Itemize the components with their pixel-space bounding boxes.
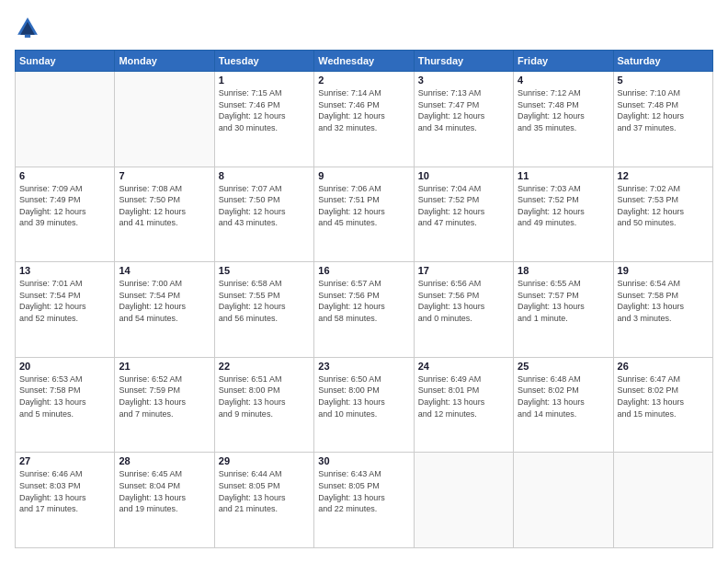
day-number: 24 xyxy=(418,361,509,372)
day-info: Sunrise: 7:00 AM Sunset: 7:54 PM Dayligh… xyxy=(119,278,210,324)
day-number: 7 xyxy=(119,170,210,181)
calendar-header-friday: Friday xyxy=(514,51,613,72)
day-info: Sunrise: 6:45 AM Sunset: 8:04 PM Dayligh… xyxy=(119,468,210,514)
calendar-cell: 12Sunrise: 7:02 AM Sunset: 7:53 PM Dayli… xyxy=(613,167,712,262)
day-info: Sunrise: 6:50 AM Sunset: 8:00 PM Dayligh… xyxy=(318,373,409,419)
calendar-week-row: 20Sunrise: 6:53 AM Sunset: 7:58 PM Dayli… xyxy=(16,357,713,453)
day-info: Sunrise: 6:56 AM Sunset: 7:56 PM Dayligh… xyxy=(418,278,509,324)
day-number: 6 xyxy=(19,170,110,181)
calendar-cell: 10Sunrise: 7:04 AM Sunset: 7:52 PM Dayli… xyxy=(414,167,513,262)
page: SundayMondayTuesdayWednesdayThursdayFrid… xyxy=(0,0,728,563)
calendar-cell: 16Sunrise: 6:57 AM Sunset: 7:56 PM Dayli… xyxy=(314,262,414,358)
day-number: 22 xyxy=(219,361,310,372)
day-number: 20 xyxy=(19,361,110,372)
calendar-week-row: 1Sunrise: 7:15 AM Sunset: 7:46 PM Daylig… xyxy=(16,72,713,167)
day-info: Sunrise: 7:12 AM Sunset: 7:48 PM Dayligh… xyxy=(518,87,609,133)
day-info: Sunrise: 6:43 AM Sunset: 8:05 PM Dayligh… xyxy=(318,468,409,514)
calendar-cell xyxy=(613,453,712,548)
calendar-cell: 11Sunrise: 7:03 AM Sunset: 7:52 PM Dayli… xyxy=(514,167,613,262)
calendar-cell: 30Sunrise: 6:43 AM Sunset: 8:05 PM Dayli… xyxy=(314,453,414,548)
calendar-cell xyxy=(115,72,214,167)
day-number: 1 xyxy=(219,75,310,86)
calendar-cell: 22Sunrise: 6:51 AM Sunset: 8:00 PM Dayli… xyxy=(214,357,313,453)
day-number: 12 xyxy=(618,170,709,181)
day-info: Sunrise: 6:49 AM Sunset: 8:01 PM Dayligh… xyxy=(418,373,509,419)
calendar-cell: 8Sunrise: 7:07 AM Sunset: 7:50 PM Daylig… xyxy=(214,167,313,262)
calendar-cell: 24Sunrise: 6:49 AM Sunset: 8:01 PM Dayli… xyxy=(414,357,513,453)
day-info: Sunrise: 6:44 AM Sunset: 8:05 PM Dayligh… xyxy=(219,468,310,514)
calendar-cell: 2Sunrise: 7:14 AM Sunset: 7:46 PM Daylig… xyxy=(314,72,414,167)
day-number: 23 xyxy=(318,361,409,372)
calendar-header-wednesday: Wednesday xyxy=(314,51,414,72)
calendar-cell: 5Sunrise: 7:10 AM Sunset: 7:48 PM Daylig… xyxy=(613,72,712,167)
calendar-week-row: 6Sunrise: 7:09 AM Sunset: 7:49 PM Daylig… xyxy=(16,167,713,262)
day-number: 18 xyxy=(518,265,609,276)
day-info: Sunrise: 6:51 AM Sunset: 8:00 PM Dayligh… xyxy=(219,373,310,419)
calendar-table: SundayMondayTuesdayWednesdayThursdayFrid… xyxy=(15,50,713,548)
day-number: 28 xyxy=(119,455,210,466)
day-number: 29 xyxy=(219,455,310,466)
day-info: Sunrise: 6:58 AM Sunset: 7:55 PM Dayligh… xyxy=(219,278,310,324)
day-info: Sunrise: 7:15 AM Sunset: 7:46 PM Dayligh… xyxy=(219,87,310,133)
day-info: Sunrise: 6:52 AM Sunset: 7:59 PM Dayligh… xyxy=(119,373,210,419)
header xyxy=(15,15,713,40)
day-number: 25 xyxy=(518,361,609,372)
calendar-cell xyxy=(514,453,613,548)
calendar-header-monday: Monday xyxy=(115,51,214,72)
day-info: Sunrise: 7:04 AM Sunset: 7:52 PM Dayligh… xyxy=(418,183,509,229)
day-number: 30 xyxy=(318,455,409,466)
day-info: Sunrise: 7:08 AM Sunset: 7:50 PM Dayligh… xyxy=(119,183,210,229)
calendar-cell xyxy=(16,72,115,167)
calendar-header-tuesday: Tuesday xyxy=(214,51,313,72)
day-number: 14 xyxy=(119,265,210,276)
day-number: 19 xyxy=(618,265,709,276)
day-number: 15 xyxy=(219,265,310,276)
day-info: Sunrise: 7:14 AM Sunset: 7:46 PM Dayligh… xyxy=(318,87,409,133)
day-number: 16 xyxy=(318,265,409,276)
svg-rect-2 xyxy=(25,35,30,38)
day-number: 2 xyxy=(318,75,409,86)
day-info: Sunrise: 6:55 AM Sunset: 7:57 PM Dayligh… xyxy=(518,278,609,324)
day-number: 10 xyxy=(418,170,509,181)
day-info: Sunrise: 7:13 AM Sunset: 7:47 PM Dayligh… xyxy=(418,87,509,133)
calendar-cell: 20Sunrise: 6:53 AM Sunset: 7:58 PM Dayli… xyxy=(16,357,115,453)
day-info: Sunrise: 7:01 AM Sunset: 7:54 PM Dayligh… xyxy=(19,278,110,324)
calendar-header-row: SundayMondayTuesdayWednesdayThursdayFrid… xyxy=(16,51,713,72)
logo xyxy=(15,15,44,40)
day-number: 13 xyxy=(19,265,110,276)
day-number: 8 xyxy=(219,170,310,181)
calendar-cell: 27Sunrise: 6:46 AM Sunset: 8:03 PM Dayli… xyxy=(16,453,115,548)
day-info: Sunrise: 7:06 AM Sunset: 7:51 PM Dayligh… xyxy=(318,183,409,229)
calendar-cell: 15Sunrise: 6:58 AM Sunset: 7:55 PM Dayli… xyxy=(214,262,313,358)
calendar-cell: 6Sunrise: 7:09 AM Sunset: 7:49 PM Daylig… xyxy=(16,167,115,262)
calendar-cell: 25Sunrise: 6:48 AM Sunset: 8:02 PM Dayli… xyxy=(514,357,613,453)
calendar-cell: 17Sunrise: 6:56 AM Sunset: 7:56 PM Dayli… xyxy=(414,262,513,358)
calendar-cell: 23Sunrise: 6:50 AM Sunset: 8:00 PM Dayli… xyxy=(314,357,414,453)
day-info: Sunrise: 7:07 AM Sunset: 7:50 PM Dayligh… xyxy=(219,183,310,229)
calendar-cell xyxy=(414,453,513,548)
day-number: 17 xyxy=(418,265,509,276)
day-info: Sunrise: 7:10 AM Sunset: 7:48 PM Dayligh… xyxy=(618,87,709,133)
day-info: Sunrise: 7:09 AM Sunset: 7:49 PM Dayligh… xyxy=(19,183,110,229)
day-info: Sunrise: 6:48 AM Sunset: 8:02 PM Dayligh… xyxy=(518,373,609,419)
day-number: 4 xyxy=(518,75,609,86)
day-info: Sunrise: 6:53 AM Sunset: 7:58 PM Dayligh… xyxy=(19,373,110,419)
day-info: Sunrise: 6:57 AM Sunset: 7:56 PM Dayligh… xyxy=(318,278,409,324)
calendar-cell: 14Sunrise: 7:00 AM Sunset: 7:54 PM Dayli… xyxy=(115,262,214,358)
calendar-cell: 7Sunrise: 7:08 AM Sunset: 7:50 PM Daylig… xyxy=(115,167,214,262)
calendar-cell: 13Sunrise: 7:01 AM Sunset: 7:54 PM Dayli… xyxy=(16,262,115,358)
calendar-header-saturday: Saturday xyxy=(613,51,712,72)
day-number: 11 xyxy=(518,170,609,181)
calendar-cell: 26Sunrise: 6:47 AM Sunset: 8:02 PM Dayli… xyxy=(613,357,712,453)
day-number: 5 xyxy=(618,75,709,86)
day-number: 26 xyxy=(618,361,709,372)
day-number: 9 xyxy=(318,170,409,181)
calendar-cell: 9Sunrise: 7:06 AM Sunset: 7:51 PM Daylig… xyxy=(314,167,414,262)
day-number: 21 xyxy=(119,361,210,372)
day-number: 27 xyxy=(19,455,110,466)
day-info: Sunrise: 6:54 AM Sunset: 7:58 PM Dayligh… xyxy=(618,278,709,324)
day-info: Sunrise: 7:02 AM Sunset: 7:53 PM Dayligh… xyxy=(618,183,709,229)
day-info: Sunrise: 7:03 AM Sunset: 7:52 PM Dayligh… xyxy=(518,183,609,229)
calendar-header-thursday: Thursday xyxy=(414,51,513,72)
calendar-cell: 28Sunrise: 6:45 AM Sunset: 8:04 PM Dayli… xyxy=(115,453,214,548)
